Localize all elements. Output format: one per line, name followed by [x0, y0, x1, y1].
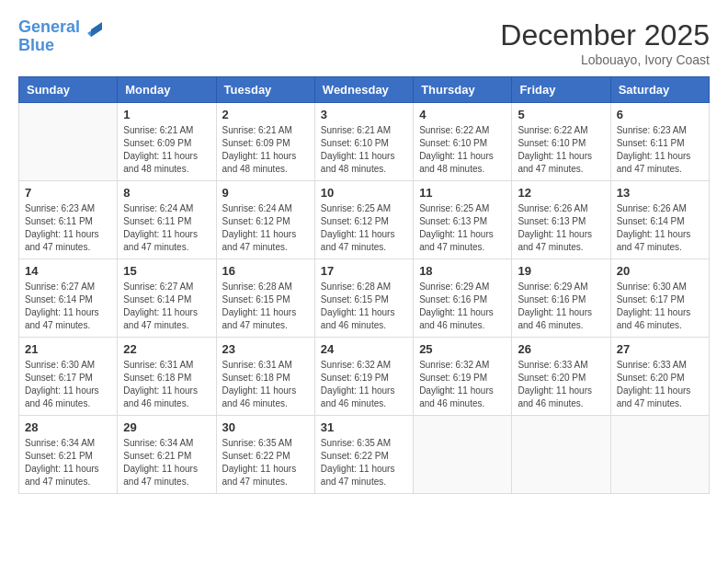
day-info: Sunrise: 6:28 AMSunset: 6:15 PMDaylight:…: [321, 281, 407, 332]
day-number: 4: [419, 108, 506, 121]
day-cell: 15Sunrise: 6:27 AMSunset: 6:14 PMDayligh…: [118, 259, 216, 338]
day-info: Sunrise: 6:35 AMSunset: 6:22 PMDaylight:…: [321, 437, 407, 488]
day-info: Sunrise: 6:29 AMSunset: 6:16 PMDaylight:…: [419, 281, 506, 332]
page-header: General Blue December 2025 Lobouayo, Ivo…: [18, 18, 710, 67]
day-number: 19: [518, 264, 604, 278]
day-number: 12: [518, 186, 604, 200]
day-cell: 25Sunrise: 6:32 AMSunset: 6:19 PMDayligh…: [414, 338, 512, 416]
location: Lobouayo, Ivory Coast: [500, 52, 710, 67]
day-info: Sunrise: 6:28 AMSunset: 6:15 PMDaylight:…: [222, 281, 309, 332]
day-cell: [610, 416, 709, 494]
logo-blue-text: Blue: [18, 37, 54, 55]
day-info: Sunrise: 6:25 AMSunset: 6:12 PMDaylight:…: [321, 202, 407, 254]
day-info: Sunrise: 6:32 AMSunset: 6:19 PMDaylight:…: [419, 359, 506, 410]
day-info: Sunrise: 6:30 AMSunset: 6:17 PMDaylight:…: [617, 281, 703, 332]
day-cell: 24Sunrise: 6:32 AMSunset: 6:19 PMDayligh…: [314, 338, 413, 416]
day-number: 25: [419, 342, 506, 356]
day-info: Sunrise: 6:31 AMSunset: 6:18 PMDaylight:…: [222, 359, 309, 410]
day-cell: 4Sunrise: 6:22 AMSunset: 6:10 PMDaylight…: [414, 103, 512, 181]
calendar-table: SundayMondayTuesdayWednesdayThursdayFrid…: [18, 76, 710, 494]
week-row-4: 21Sunrise: 6:30 AMSunset: 6:17 PMDayligh…: [19, 338, 710, 416]
day-cell: 1Sunrise: 6:21 AMSunset: 6:09 PMDaylight…: [118, 103, 216, 181]
day-number: 24: [321, 342, 407, 356]
day-info: Sunrise: 6:21 AMSunset: 6:09 PMDaylight:…: [222, 124, 309, 176]
day-info: Sunrise: 6:33 AMSunset: 6:20 PMDaylight:…: [617, 359, 703, 410]
day-number: 22: [123, 342, 210, 356]
day-number: 26: [518, 342, 604, 356]
column-header-saturday: Saturday: [610, 77, 709, 103]
day-cell: [414, 416, 512, 494]
day-info: Sunrise: 6:23 AMSunset: 6:11 PMDaylight:…: [617, 124, 703, 176]
day-cell: 11Sunrise: 6:25 AMSunset: 6:13 PMDayligh…: [414, 181, 512, 259]
day-number: 28: [25, 420, 111, 434]
day-cell: 22Sunrise: 6:31 AMSunset: 6:18 PMDayligh…: [118, 338, 216, 416]
day-number: 1: [123, 108, 210, 121]
day-number: 15: [123, 264, 210, 278]
day-cell: 9Sunrise: 6:24 AMSunset: 6:12 PMDaylight…: [216, 181, 314, 259]
day-number: 10: [321, 186, 407, 200]
day-number: 14: [25, 264, 111, 278]
day-number: 27: [617, 342, 703, 356]
day-info: Sunrise: 6:23 AMSunset: 6:11 PMDaylight:…: [25, 202, 111, 254]
day-info: Sunrise: 6:35 AMSunset: 6:22 PMDaylight:…: [222, 437, 309, 488]
column-header-thursday: Thursday: [414, 77, 512, 103]
week-row-2: 7Sunrise: 6:23 AMSunset: 6:11 PMDaylight…: [19, 181, 710, 259]
day-number: 2: [222, 108, 309, 121]
day-cell: 3Sunrise: 6:21 AMSunset: 6:10 PMDaylight…: [314, 103, 413, 181]
day-cell: 16Sunrise: 6:28 AMSunset: 6:15 PMDayligh…: [216, 259, 314, 338]
column-header-wednesday: Wednesday: [314, 77, 413, 103]
day-number: 29: [123, 420, 210, 434]
day-cell: 6Sunrise: 6:23 AMSunset: 6:11 PMDaylight…: [610, 103, 709, 181]
day-cell: 8Sunrise: 6:24 AMSunset: 6:11 PMDaylight…: [118, 181, 216, 259]
logo: General Blue: [18, 18, 102, 55]
day-info: Sunrise: 6:34 AMSunset: 6:21 PMDaylight:…: [123, 437, 210, 488]
day-info: Sunrise: 6:24 AMSunset: 6:11 PMDaylight:…: [123, 202, 210, 254]
day-cell: 10Sunrise: 6:25 AMSunset: 6:12 PMDayligh…: [314, 181, 413, 259]
day-cell: 17Sunrise: 6:28 AMSunset: 6:15 PMDayligh…: [314, 259, 413, 338]
week-row-3: 14Sunrise: 6:27 AMSunset: 6:14 PMDayligh…: [19, 259, 710, 338]
day-number: 23: [222, 342, 309, 356]
day-info: Sunrise: 6:21 AMSunset: 6:10 PMDaylight:…: [321, 124, 407, 176]
day-info: Sunrise: 6:27 AMSunset: 6:14 PMDaylight:…: [123, 281, 210, 332]
column-header-tuesday: Tuesday: [216, 77, 314, 103]
week-row-1: 1Sunrise: 6:21 AMSunset: 6:09 PMDaylight…: [19, 103, 710, 181]
day-number: 11: [419, 186, 506, 200]
day-cell: 19Sunrise: 6:29 AMSunset: 6:16 PMDayligh…: [512, 259, 610, 338]
day-cell: 5Sunrise: 6:22 AMSunset: 6:10 PMDaylight…: [512, 103, 610, 181]
day-number: 17: [321, 264, 407, 278]
day-cell: 30Sunrise: 6:35 AMSunset: 6:22 PMDayligh…: [216, 416, 314, 494]
day-cell: 21Sunrise: 6:30 AMSunset: 6:17 PMDayligh…: [19, 338, 118, 416]
day-number: 21: [25, 342, 111, 356]
day-cell: 18Sunrise: 6:29 AMSunset: 6:16 PMDayligh…: [414, 259, 512, 338]
logo-text: General: [18, 18, 80, 37]
day-info: Sunrise: 6:26 AMSunset: 6:13 PMDaylight:…: [518, 202, 604, 254]
day-cell: 23Sunrise: 6:31 AMSunset: 6:18 PMDayligh…: [216, 338, 314, 416]
day-number: 18: [419, 264, 506, 278]
logo-icon: [82, 17, 102, 37]
day-cell: 20Sunrise: 6:30 AMSunset: 6:17 PMDayligh…: [610, 259, 709, 338]
day-info: Sunrise: 6:21 AMSunset: 6:09 PMDaylight:…: [123, 124, 210, 176]
day-cell: 12Sunrise: 6:26 AMSunset: 6:13 PMDayligh…: [512, 181, 610, 259]
day-cell: 2Sunrise: 6:21 AMSunset: 6:09 PMDaylight…: [216, 103, 314, 181]
day-info: Sunrise: 6:31 AMSunset: 6:18 PMDaylight:…: [123, 359, 210, 410]
day-number: 7: [25, 186, 111, 200]
day-info: Sunrise: 6:25 AMSunset: 6:13 PMDaylight:…: [419, 202, 506, 254]
day-info: Sunrise: 6:30 AMSunset: 6:17 PMDaylight:…: [25, 359, 111, 410]
day-number: 9: [222, 186, 309, 200]
day-number: 5: [518, 108, 604, 121]
week-row-5: 28Sunrise: 6:34 AMSunset: 6:21 PMDayligh…: [19, 416, 710, 494]
title-section: December 2025 Lobouayo, Ivory Coast: [500, 18, 710, 67]
day-info: Sunrise: 6:27 AMSunset: 6:14 PMDaylight:…: [25, 281, 111, 332]
day-number: 13: [617, 186, 703, 200]
day-cell: 26Sunrise: 6:33 AMSunset: 6:20 PMDayligh…: [512, 338, 610, 416]
day-cell: 7Sunrise: 6:23 AMSunset: 6:11 PMDaylight…: [19, 181, 118, 259]
day-cell: [512, 416, 610, 494]
day-number: 20: [617, 264, 703, 278]
day-info: Sunrise: 6:33 AMSunset: 6:20 PMDaylight:…: [518, 359, 604, 410]
day-number: 31: [321, 420, 407, 434]
day-cell: 27Sunrise: 6:33 AMSunset: 6:20 PMDayligh…: [610, 338, 709, 416]
day-number: 30: [222, 420, 309, 434]
day-info: Sunrise: 6:24 AMSunset: 6:12 PMDaylight:…: [222, 202, 309, 254]
day-number: 8: [123, 186, 210, 200]
day-info: Sunrise: 6:32 AMSunset: 6:19 PMDaylight:…: [321, 359, 407, 410]
